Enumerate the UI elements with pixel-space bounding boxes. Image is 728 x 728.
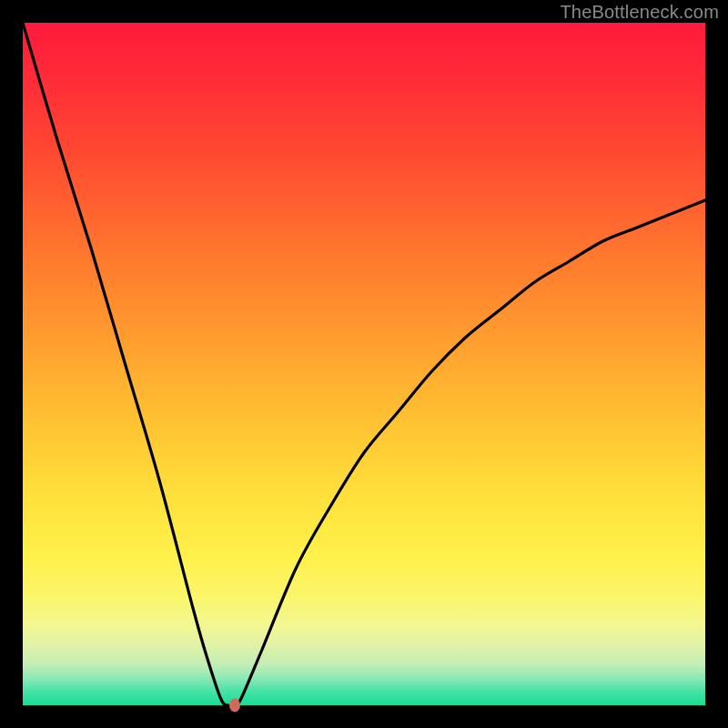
bottleneck-curve	[23, 23, 705, 705]
minimum-marker-dot	[229, 699, 240, 713]
chart-container: TheBottleneck.com	[0, 0, 728, 728]
attribution-text: TheBottleneck.com	[560, 2, 719, 23]
plot-area	[23, 23, 705, 705]
